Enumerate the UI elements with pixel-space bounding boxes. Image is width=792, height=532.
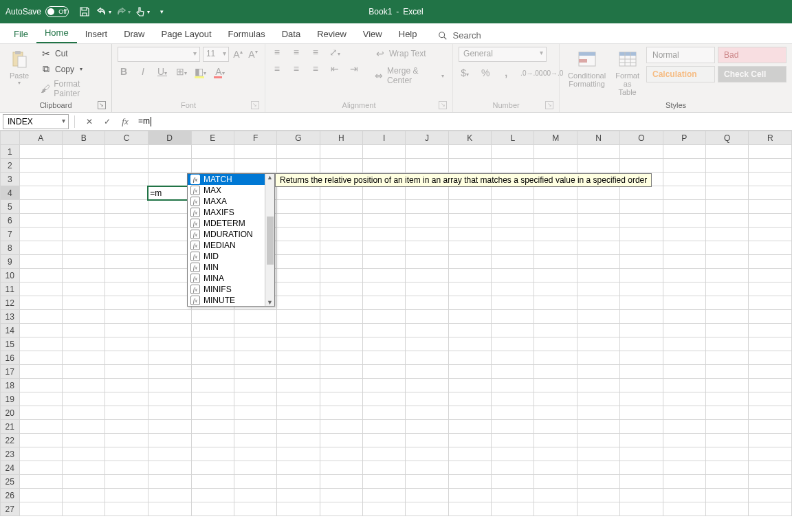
italic-button[interactable]: I — [137, 66, 149, 77]
cell[interactable] — [448, 186, 491, 200]
cell[interactable] — [148, 200, 191, 214]
cell[interactable] — [277, 434, 320, 447]
undo-icon[interactable]: ▾ — [96, 4, 111, 19]
autosave-switch[interactable]: Off — [45, 6, 69, 17]
cell[interactable] — [577, 420, 619, 434]
cell[interactable] — [105, 200, 148, 214]
cell[interactable] — [663, 310, 705, 324]
cell[interactable] — [148, 489, 191, 502]
cell[interactable] — [62, 420, 104, 434]
cell[interactable] — [448, 392, 491, 406]
cell[interactable] — [105, 241, 148, 255]
cell[interactable] — [492, 241, 534, 255]
cell[interactable] — [749, 489, 792, 502]
cell[interactable] — [277, 200, 320, 214]
cell[interactable] — [320, 241, 362, 255]
cell[interactable] — [148, 351, 191, 365]
cell[interactable] — [492, 379, 534, 392]
cell[interactable] — [406, 502, 448, 516]
row-header[interactable]: 12 — [1, 296, 20, 310]
cell[interactable] — [620, 406, 663, 420]
cell[interactable] — [534, 434, 577, 447]
cell[interactable] — [749, 434, 792, 447]
cell[interactable] — [191, 337, 234, 351]
cell[interactable] — [148, 296, 191, 310]
cell[interactable] — [406, 282, 448, 296]
cell[interactable] — [19, 186, 62, 200]
cell[interactable] — [406, 447, 448, 461]
cell[interactable] — [663, 489, 705, 502]
underline-button[interactable]: U▾ — [156, 66, 168, 77]
cell[interactable] — [620, 296, 663, 310]
cell[interactable] — [406, 420, 448, 434]
cell[interactable] — [620, 365, 663, 379]
cell[interactable] — [363, 145, 406, 159]
cell[interactable] — [620, 214, 663, 228]
cell[interactable] — [534, 420, 577, 434]
cell[interactable] — [19, 282, 62, 296]
cell[interactable] — [448, 365, 491, 379]
cell[interactable] — [234, 159, 276, 173]
cell[interactable] — [363, 406, 406, 420]
wrap-text-button[interactable]: ↩Wrap Text — [371, 47, 447, 60]
cell[interactable] — [19, 173, 62, 186]
cell[interactable] — [534, 406, 577, 420]
autocomplete-item[interactable]: fxMAX — [188, 185, 265, 196]
cell[interactable] — [406, 296, 448, 310]
cell[interactable] — [749, 502, 792, 516]
cell[interactable] — [492, 351, 534, 365]
cell[interactable] — [105, 186, 148, 200]
cell[interactable] — [320, 269, 362, 282]
cell[interactable] — [749, 186, 792, 200]
cell[interactable] — [492, 269, 534, 282]
row-header[interactable]: 3 — [1, 173, 20, 186]
cell[interactable] — [234, 420, 276, 434]
cell[interactable] — [62, 434, 104, 447]
cell[interactable] — [492, 392, 534, 406]
cell[interactable] — [191, 324, 234, 337]
cell[interactable] — [492, 337, 534, 351]
cell[interactable] — [620, 282, 663, 296]
cell[interactable] — [663, 406, 705, 420]
font-color-button[interactable]: A▾ — [214, 66, 226, 77]
autocomplete-item[interactable]: fxMAXIFS — [188, 207, 265, 218]
cell[interactable] — [706, 502, 749, 516]
cell[interactable] — [749, 475, 792, 489]
cell[interactable] — [663, 502, 705, 516]
cell[interactable] — [663, 228, 705, 241]
cell[interactable] — [534, 351, 577, 365]
cell[interactable] — [577, 447, 619, 461]
cell[interactable] — [492, 214, 534, 228]
cell[interactable] — [448, 241, 491, 255]
cell[interactable] — [363, 392, 406, 406]
autocomplete-item[interactable]: fxMDETERM — [188, 218, 265, 229]
cell[interactable] — [191, 447, 234, 461]
cell[interactable] — [234, 310, 276, 324]
cell[interactable] — [706, 228, 749, 241]
cell[interactable] — [320, 228, 362, 241]
tab-file[interactable]: File — [6, 25, 36, 43]
cell[interactable] — [234, 337, 276, 351]
cell[interactable] — [663, 475, 705, 489]
cell[interactable] — [320, 392, 362, 406]
cell[interactable] — [448, 282, 491, 296]
cell[interactable] — [492, 255, 534, 269]
cell[interactable] — [577, 296, 619, 310]
tab-review[interactable]: Review — [309, 25, 355, 43]
column-header[interactable]: N — [577, 131, 619, 145]
cell[interactable] — [406, 337, 448, 351]
cell[interactable] — [363, 502, 406, 516]
cell[interactable] — [277, 241, 320, 255]
cell[interactable] — [320, 475, 362, 489]
tab-data[interactable]: Data — [274, 25, 309, 43]
cell[interactable] — [577, 310, 619, 324]
cell[interactable] — [320, 310, 362, 324]
cell[interactable] — [363, 186, 406, 200]
cell[interactable] — [448, 406, 491, 420]
column-header[interactable]: P — [663, 131, 705, 145]
cell[interactable] — [19, 255, 62, 269]
cell[interactable] — [19, 214, 62, 228]
cell[interactable] — [148, 241, 191, 255]
cell[interactable] — [406, 228, 448, 241]
increase-indent-icon[interactable]: ⇥ — [348, 63, 360, 74]
